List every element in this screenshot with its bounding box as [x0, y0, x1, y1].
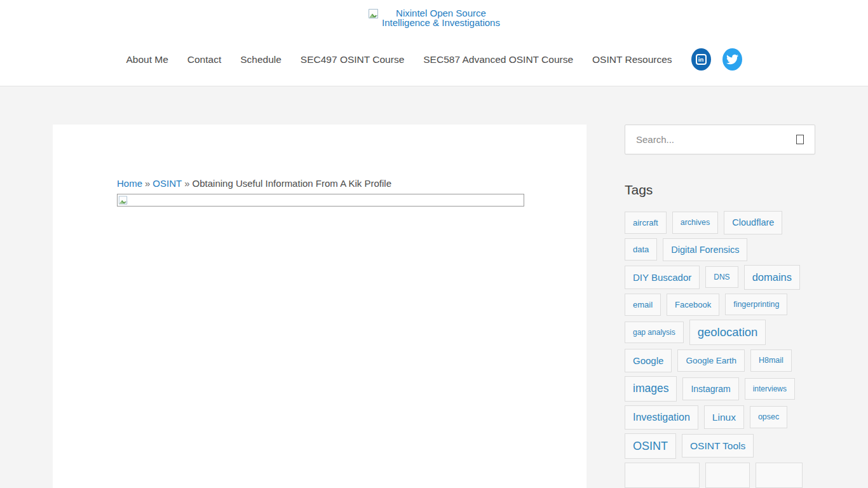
- logo-alt-line1: Nixintel Open Source: [396, 8, 486, 18]
- tag-item[interactable]: archives: [672, 212, 719, 234]
- tag-item[interactable]: Investigation: [625, 405, 698, 430]
- tag-item[interactable]: email: [625, 294, 661, 316]
- breadcrumb-current-page: Obtaining Useful Information From A Kik …: [193, 178, 391, 189]
- linkedin-button[interactable]: in: [691, 48, 711, 71]
- tag-item[interactable]: opsec: [750, 406, 787, 428]
- twitter-icon: [726, 53, 738, 65]
- nav-item-sec587-course[interactable]: SEC587 Advanced OSINT Course: [423, 54, 573, 65]
- tag-item[interactable]: Linux: [704, 405, 744, 430]
- sidebar: Tags aircraftarchivesCloudflaredataDigit…: [625, 125, 815, 488]
- nav-item-contact[interactable]: Contact: [187, 54, 221, 65]
- tag-item[interactable]: fingerprinting: [725, 294, 787, 316]
- nav-item-sec497-course[interactable]: SEC497 OSINT Course: [301, 54, 404, 65]
- search-input[interactable]: [636, 134, 796, 145]
- tag-item[interactable]: domains: [744, 265, 800, 290]
- twitter-button[interactable]: [722, 48, 742, 71]
- search-box: [625, 125, 815, 154]
- broken-image-icon: [368, 8, 379, 19]
- tag-item[interactable]: gap analysis: [625, 322, 684, 343]
- tag-item[interactable]: Google Earth: [677, 349, 745, 372]
- tag-item[interactable]: Cloudflare: [724, 211, 782, 234]
- tag-cloud-clipped-row: [625, 463, 815, 488]
- tag-item[interactable]: interviews: [745, 378, 795, 400]
- page-body: Home»OSINT»Obtaining Useful Information …: [0, 125, 868, 488]
- tag-item[interactable]: DNS: [705, 266, 738, 288]
- nav-item-osint-resources[interactable]: OSINT Resources: [592, 54, 672, 65]
- nav-item-about-me[interactable]: About Me: [126, 54, 168, 65]
- tag-item[interactable]: data: [625, 238, 657, 261]
- tag-item[interactable]: aircraft: [625, 212, 667, 234]
- nav-item-schedule[interactable]: Schedule: [240, 54, 281, 65]
- tags-heading: Tags: [625, 182, 815, 198]
- logo-alt-text: Nixintel Open Source Intelligence & Inve…: [382, 8, 500, 27]
- breadcrumb-category-link[interactable]: OSINT: [153, 178, 182, 189]
- breadcrumb: Home»OSINT»Obtaining Useful Information …: [117, 178, 524, 189]
- tag-item-partial[interactable]: [625, 463, 700, 488]
- tag-item[interactable]: DIY Buscador: [625, 266, 700, 289]
- tag-item[interactable]: Google: [625, 349, 672, 372]
- tag-item-partial[interactable]: [756, 463, 803, 488]
- tag-cloud: aircraftarchivesCloudflaredataDigital Fo…: [625, 211, 815, 459]
- tag-item[interactable]: Facebook: [667, 294, 719, 316]
- tag-item[interactable]: OSINT Tools: [682, 434, 754, 458]
- site-logo[interactable]: Nixintel Open Source Intelligence & Inve…: [0, 8, 868, 27]
- logo-alt-line2: Intelligence & Investigations: [382, 18, 500, 27]
- tag-item[interactable]: Digital Forensics: [663, 238, 747, 262]
- breadcrumb-separator: »: [142, 178, 153, 189]
- tag-item[interactable]: geolocation: [689, 320, 766, 346]
- tag-item-partial[interactable]: [705, 463, 750, 488]
- tag-item[interactable]: Instagram: [682, 377, 738, 400]
- featured-image-broken: [117, 194, 524, 207]
- tag-item[interactable]: images: [625, 376, 677, 402]
- tag-item[interactable]: OSINT: [625, 433, 676, 459]
- main-nav: About Me Contact Schedule SEC497 OSINT C…: [0, 48, 868, 71]
- broken-image-icon: [118, 195, 128, 205]
- breadcrumb-separator: »: [182, 178, 192, 189]
- search-icon[interactable]: [796, 135, 804, 144]
- tag-item[interactable]: H8mail: [750, 349, 792, 372]
- breadcrumb-home-link[interactable]: Home: [117, 178, 142, 189]
- article-card: Home»OSINT»Obtaining Useful Information …: [53, 125, 587, 488]
- site-header: Nixintel Open Source Intelligence & Inve…: [0, 0, 868, 86]
- linkedin-icon: in: [696, 54, 707, 65]
